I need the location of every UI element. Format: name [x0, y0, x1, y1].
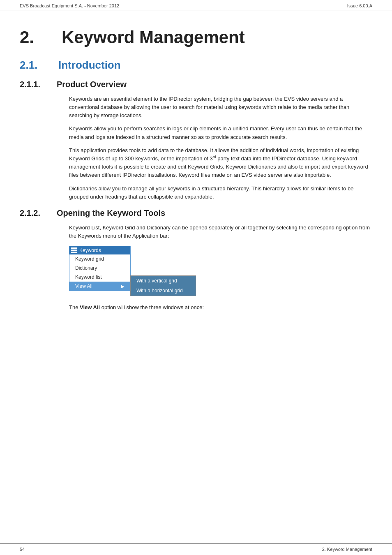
page-header: EVS Broadcast Equipment S.A. - November …: [0, 0, 392, 11]
submenu-item-horizontal[interactable]: With a horizontal grid: [131, 286, 196, 296]
section-2-1-2-intro: Keyword List, Keyword Grid and Dictionar…: [69, 224, 372, 240]
keywords-menu: Keywords Keyword grid Dictionary Keyword…: [69, 246, 131, 291]
chapter-title: 2. Keyword Management: [20, 28, 372, 47]
para-2: Keywords allow you to perform searches i…: [69, 125, 372, 141]
submenu-arrow-icon: ▶: [121, 284, 125, 289]
chapter-name: Keyword Management: [62, 28, 245, 47]
page-footer: 54 2. Keyword Management: [0, 543, 392, 555]
para-4: Dictionaries allow you to manage all you…: [69, 185, 372, 201]
section-2-1-1-title: 2.1.1. Product Overview: [20, 80, 372, 89]
section-2-1-2-title: 2.1.2. Opening the Keyword Tools: [20, 208, 372, 218]
keywords-menu-title: Keywords: [79, 247, 101, 253]
view-all-paragraph: The View All option will show the three …: [69, 303, 372, 312]
header-left: EVS Broadcast Equipment S.A. - November …: [20, 3, 119, 8]
view-all-bold-label: View All: [80, 304, 100, 310]
submenu-item-vertical[interactable]: With a vertical grid: [131, 276, 196, 286]
page: EVS Broadcast Equipment S.A. - November …: [0, 0, 392, 555]
main-content: 2. Keyword Management 2.1. Introduction …: [0, 11, 392, 336]
section-2-1-title: 2.1. Introduction: [20, 59, 372, 72]
menu-item-view-all[interactable]: View All ▶: [69, 282, 130, 291]
section-2-1-2-number: 2.1.2.: [20, 208, 48, 218]
view-all-submenu: With a vertical grid With a horizontal g…: [130, 275, 196, 296]
view-all-suffix: option will show the three windows at on…: [100, 304, 204, 310]
section-2-1-2-name: Opening the Keyword Tools: [57, 208, 165, 218]
section-2-1-1-name: Product Overview: [57, 80, 127, 89]
footer-chapter-label: 2. Keyword Management: [322, 547, 372, 552]
para-3: This application provides tools to add d…: [69, 146, 372, 180]
grid-icon: [71, 247, 77, 253]
chapter-number: 2.: [20, 28, 48, 47]
menu-item-view-all-label: View All: [75, 283, 92, 289]
section-2-1-name: Introduction: [58, 59, 121, 72]
view-all-prefix: The: [69, 304, 80, 310]
section-2-1-number: 2.1.: [20, 59, 48, 72]
section-2-1-1-number: 2.1.1.: [20, 80, 48, 89]
menu-item-keyword-list[interactable]: Keyword list: [69, 273, 130, 282]
menu-item-keyword-grid[interactable]: Keyword grid: [69, 254, 130, 264]
keywords-menu-header: Keywords: [69, 246, 130, 254]
para-1: Keywords are an essential element to the…: [69, 95, 372, 120]
menu-item-dictionary[interactable]: Dictionary: [69, 264, 130, 273]
footer-page-number: 54: [20, 547, 25, 552]
menu-screenshot: Keywords Keyword grid Dictionary Keyword…: [69, 246, 372, 296]
header-right: Issue 6.00.A: [347, 3, 372, 8]
